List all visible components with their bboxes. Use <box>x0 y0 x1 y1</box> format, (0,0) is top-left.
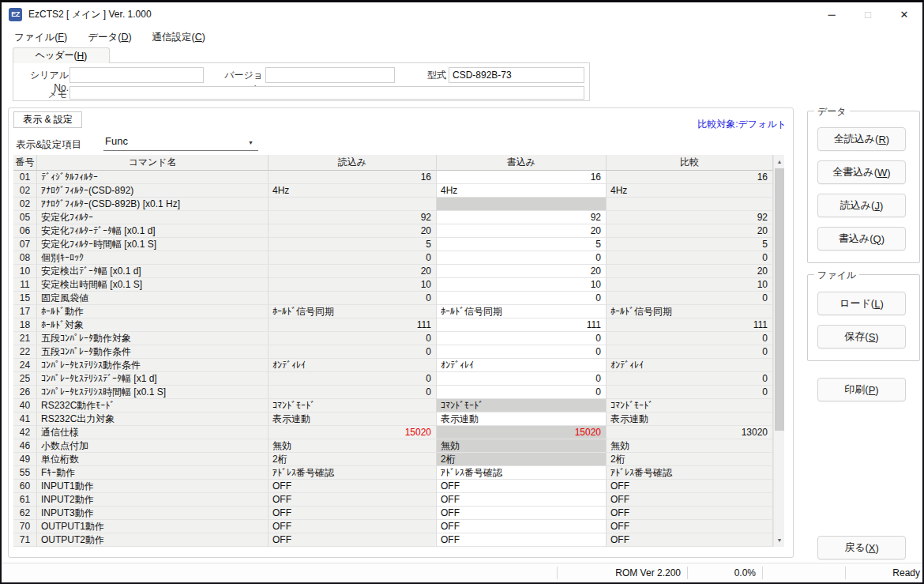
cell-read: 0 <box>269 372 437 386</box>
tab-header[interactable]: ヘッダー(H) <box>13 47 110 63</box>
scroll-up-icon[interactable]: ▲ <box>774 155 785 168</box>
table-row[interactable]: 06安定化ﾌｨﾙﾀｰﾃﾞｰﾀ幅 [x0.1 d]202020 <box>13 224 784 238</box>
read-button[interactable]: 読込み(J) <box>817 194 906 217</box>
table-row[interactable]: 25ｺﾝﾊﾟﾚｰﾀﾋｽﾃﾘｼｽﾃﾞｰﾀ幅 [x1 d]000 <box>13 372 784 386</box>
table-row[interactable]: 07安定化ﾌｨﾙﾀｰ時間幅 [x0.1 S]555 <box>13 238 784 251</box>
table-row[interactable]: 01ﾃﾞｨｼﾞﾀﾙﾌｨﾙﾀｰ161616 <box>13 171 784 184</box>
cell-write[interactable]: 0 <box>437 292 607 305</box>
cell-write[interactable]: 10 <box>437 278 607 292</box>
version-field[interactable] <box>265 67 395 83</box>
menu-file[interactable]: ファイル(F) <box>4 28 77 47</box>
cell-write[interactable]: OFF <box>437 507 607 520</box>
cell-write[interactable]: 20 <box>437 224 607 238</box>
read-all-button[interactable]: 全読込み(R) <box>817 127 906 151</box>
table-header-row: 番号 コマンド名 読込み 書込み 比較 <box>13 155 784 171</box>
write-button[interactable]: 書込み(Q) <box>817 227 906 251</box>
table-row[interactable]: 05安定化ﾌｨﾙﾀｰ929292 <box>13 211 784 224</box>
table-row[interactable]: 22五段ｺﾝﾊﾟﾚｰﾀ動作条件000 <box>13 345 784 359</box>
cell-command-name: ﾎｰﾙﾄﾞ対象 <box>37 318 269 332</box>
cell-write[interactable]: OFF <box>437 520 607 533</box>
command-table: 番号 コマンド名 読込み 書込み 比較 01ﾃﾞｨｼﾞﾀﾙﾌｨﾙﾀｰ161616… <box>13 155 784 547</box>
cell-write[interactable]: 0 <box>437 345 607 359</box>
close-icon[interactable]: ✕ <box>886 2 922 26</box>
table-row[interactable]: 41RS232C出力対象表示連動表示連動表示連動 <box>13 413 784 426</box>
table-row[interactable]: 60INPUT1動作OFFOFFOFF <box>13 480 784 493</box>
cell-write[interactable]: 無効 <box>437 439 607 453</box>
cell-no: 60 <box>13 480 37 493</box>
cell-write[interactable]: 0 <box>437 251 607 265</box>
load-button[interactable]: ロード(L) <box>817 292 906 315</box>
back-button[interactable]: 戻る(X) <box>817 536 906 560</box>
scroll-down-icon[interactable]: ▼ <box>774 533 785 547</box>
cell-compare: 111 <box>607 318 773 332</box>
menu-data[interactable]: データ(D) <box>77 28 141 47</box>
model-field[interactable] <box>449 67 584 83</box>
cell-write[interactable]: ﾎｰﾙﾄﾞ信号同期 <box>437 305 607 318</box>
cell-write[interactable]: 15020 <box>437 426 607 439</box>
cell-write[interactable]: 0 <box>437 386 607 399</box>
table-row[interactable]: 15固定風袋値000 <box>13 292 784 305</box>
table-row[interactable]: 49単位桁数2桁2桁2桁 <box>13 453 784 466</box>
print-button[interactable]: 印刷(P) <box>817 378 906 401</box>
menu-comm-settings[interactable]: 通信設定(C) <box>142 28 216 47</box>
cell-write[interactable]: ｺﾏﾝﾄﾞﾓｰﾄﾞ <box>437 399 607 413</box>
cell-write[interactable]: 20 <box>437 265 607 278</box>
table-row[interactable]: 55Fｷｰ動作ｱﾄﾞﾚｽ番号確認ｱﾄﾞﾚｽ番号確認ｱﾄﾞﾚｽ番号確認 <box>13 466 784 480</box>
tab-display-settings[interactable]: 表示 & 設定 <box>13 111 82 128</box>
cell-write[interactable]: 5 <box>437 238 607 251</box>
table-row[interactable]: 02ｱﾅﾛｸﾞﾌｨﾙﾀｰ(CSD-892B) [x0.1 Hz] <box>13 198 784 211</box>
table-row[interactable]: 02ｱﾅﾛｸﾞﾌｨﾙﾀｰ(CSD-892)4Hz4Hz4Hz <box>13 184 784 198</box>
cell-compare: 2桁 <box>607 453 773 466</box>
cell-write[interactable] <box>437 198 607 211</box>
table-row[interactable]: 62INPUT3動作OFFOFFOFF <box>13 507 784 520</box>
cell-no: 10 <box>13 265 37 278</box>
write-all-button[interactable]: 全書込み(W) <box>817 160 906 184</box>
cell-write[interactable]: 2桁 <box>437 453 607 466</box>
cell-write[interactable]: OFF <box>437 480 607 493</box>
file-group-label: ファイル <box>814 269 859 282</box>
maximize-icon[interactable]: □ <box>850 2 886 26</box>
memo-field[interactable] <box>69 86 584 100</box>
cell-write[interactable]: 111 <box>437 318 607 332</box>
table-row[interactable]: 46小数点付加無効無効無効 <box>13 439 784 453</box>
cell-write[interactable]: ｱﾄﾞﾚｽ番号確認 <box>437 466 607 480</box>
cell-command-name: 五段ｺﾝﾊﾟﾚｰﾀ動作条件 <box>37 345 269 359</box>
cell-write[interactable]: 表示連動 <box>437 413 607 426</box>
cell-compare: ｵﾝﾃﾞｨﾚｲ <box>607 359 773 372</box>
cell-write[interactable]: 0 <box>437 372 607 386</box>
table-row[interactable]: 08個別ｷｰﾛｯｸ000 <box>13 251 784 265</box>
cell-write[interactable]: OFF <box>437 533 607 547</box>
cell-write[interactable]: 16 <box>437 171 607 184</box>
display-setting-select[interactable]: Func ▼ <box>103 131 258 151</box>
cell-write[interactable]: 4Hz <box>437 184 607 198</box>
table-row[interactable]: 24ｺﾝﾊﾟﾚｰﾀﾋｽﾃﾘｼｽ動作条件ｵﾝﾃﾞｨﾚｲｵﾝﾃﾞｨﾚｲｵﾝﾃﾞｨﾚｲ <box>13 359 784 372</box>
table-row[interactable]: 26ｺﾝﾊﾟﾚｰﾀﾋｽﾃﾘｼｽ時間幅 [x0.1 S]000 <box>13 386 784 399</box>
table-row[interactable]: 70OUTPUT1動作OFFOFFOFF <box>13 520 784 533</box>
cell-write[interactable]: OFF <box>437 493 607 507</box>
cell-command-name: 固定風袋値 <box>37 292 269 305</box>
table-scrollbar[interactable]: ▲ ▼ <box>773 155 784 547</box>
table-row[interactable]: 17ﾎｰﾙﾄﾞ動作ﾎｰﾙﾄﾞ信号同期ﾎｰﾙﾄﾞ信号同期ﾎｰﾙﾄﾞ信号同期 <box>13 305 784 318</box>
cell-compare: 0 <box>607 372 773 386</box>
table-row[interactable]: 10安定検出ﾃﾞｰﾀ幅 [x0.1 d]202020 <box>13 265 784 278</box>
table-row[interactable]: 42通信仕様150201502013020 <box>13 426 784 439</box>
save-button[interactable]: 保存(S) <box>817 325 906 349</box>
cell-write[interactable]: 92 <box>437 211 607 224</box>
table-row[interactable]: 61INPUT2動作OFFOFFOFF <box>13 493 784 507</box>
minimize-icon[interactable]: ─ <box>813 2 850 26</box>
cell-command-name: OUTPUT1動作 <box>37 520 269 533</box>
table-row[interactable]: 71OUTPUT2動作OFFOFFOFF <box>13 533 784 547</box>
table-row[interactable]: 11安定検出時間幅 [x0.1 S]101010 <box>13 278 784 292</box>
table-row[interactable]: 21五段ｺﾝﾊﾟﾚｰﾀ動作対象000 <box>13 332 784 345</box>
cell-compare: OFF <box>607 520 773 533</box>
cell-read: OFF <box>269 493 437 507</box>
cell-read: ｺﾏﾝﾄﾞﾓｰﾄﾞ <box>269 399 437 413</box>
table-row[interactable]: 18ﾎｰﾙﾄﾞ対象111111111 <box>13 318 784 332</box>
cell-write[interactable]: ｵﾝﾃﾞｨﾚｲ <box>437 359 607 372</box>
cell-write[interactable]: 0 <box>437 332 607 345</box>
table-row[interactable]: 40RS232C動作ﾓｰﾄﾞｺﾏﾝﾄﾞﾓｰﾄﾞｺﾏﾝﾄﾞﾓｰﾄﾞｺﾏﾝﾄﾞﾓｰﾄ… <box>13 399 784 413</box>
serial-no-field[interactable] <box>69 67 204 83</box>
cell-no: 41 <box>13 413 37 426</box>
scroll-thumb[interactable] <box>775 168 784 431</box>
cell-no: 06 <box>13 224 37 238</box>
